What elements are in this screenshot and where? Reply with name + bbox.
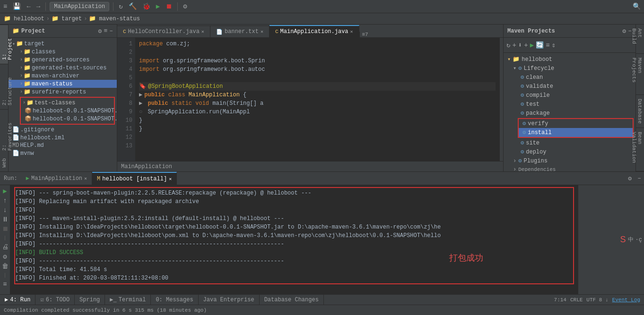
tab-hellocontroller[interactable]: C HelloControlller.java ✕ xyxy=(117,26,210,37)
toolbar-icon-search[interactable]: 🔍 xyxy=(631,1,642,11)
maven-item-deploy[interactable]: ⚙ deploy xyxy=(504,147,635,156)
tree-item-generated-test-sources[interactable]: › 📁 generated-test-sources xyxy=(9,64,117,72)
maven-lifecycle-icon[interactable]: 🔄 xyxy=(536,41,544,49)
run-icon-scroll-up[interactable]: ↑ xyxy=(3,197,7,204)
toolbar-icon-refresh[interactable]: ↻ xyxy=(117,1,124,11)
toolbar-icon-save[interactable]: 💾 xyxy=(11,1,22,11)
maven-run-icon[interactable]: ▶ xyxy=(530,41,534,49)
chevron-classes: › xyxy=(20,49,23,54)
run-tab-helloboot-close[interactable]: ✕ xyxy=(169,176,172,182)
bottom-tab-todo[interactable]: ☑ 6: TODO xyxy=(35,295,75,305)
toolbar-icon-back[interactable]: ← xyxy=(25,2,32,11)
maven-item-dependencies[interactable]: › Dependencies xyxy=(504,165,635,171)
tab-close-hellocontroller[interactable]: ✕ xyxy=(201,29,204,34)
toolbar-icon-forward[interactable]: → xyxy=(35,2,42,11)
tree-item-classes[interactable]: › 📁 classes xyxy=(9,48,117,56)
breadcrumb-sep-1: › xyxy=(46,16,50,22)
tree-item-surefire-reports[interactable]: › 📁 surefire-reports xyxy=(9,88,117,96)
run-icon-layout[interactable]: ≡ xyxy=(3,281,7,288)
maven-item-test[interactable]: ⚙ test xyxy=(504,100,635,109)
project-panel-options[interactable]: ≡ xyxy=(104,27,107,34)
project-panel-minimize[interactable]: – xyxy=(109,27,113,34)
tree-item-mvnw[interactable]: 📄 mvnw xyxy=(9,149,117,157)
tree-item-generated-sources[interactable]: › 📁 generated-sources xyxy=(9,56,117,64)
project-panel-title: Project xyxy=(21,28,96,34)
run-settings-icon[interactable]: ⚙ xyxy=(625,175,635,182)
run-icon-play[interactable]: ▶ xyxy=(3,187,7,195)
bottom-tab-messages[interactable]: 0: Messages xyxy=(151,295,198,305)
maven-item-helloboot[interactable]: ▾ 📁 helloboot xyxy=(504,55,635,64)
maven-plus-icon[interactable]: + xyxy=(524,42,528,49)
tree-item-target[interactable]: ▾ 📁 target xyxy=(9,40,117,48)
app-name-dropdown[interactable]: MainApplication xyxy=(50,2,109,11)
project-panel-settings[interactable]: ⚙ xyxy=(98,27,102,35)
run-tab-helloboot-install[interactable]: M helloboot [install] ✕ xyxy=(92,172,177,185)
run-icon-wrap[interactable]: ⏸ xyxy=(2,216,9,223)
run-icon-stop[interactable]: ⏹ xyxy=(2,225,9,233)
tree-item-test-classes[interactable]: › 📁 test-classes xyxy=(21,99,114,107)
code-area[interactable]: package com.zj; import org.springframewo… xyxy=(135,38,499,161)
tree-item-jar1[interactable]: 📦 helloboot-0.0.1-SNAPSHOT.jar xyxy=(21,107,114,115)
tab-mainapplication[interactable]: C MainApplication.java ✕ xyxy=(270,25,359,37)
left-tab-favorites[interactable]: 2: Favorites xyxy=(0,109,8,154)
scroll-indicator[interactable] xyxy=(499,38,503,161)
maven-refresh-icon[interactable]: ↻ xyxy=(506,41,510,49)
toolbar-icon-menu[interactable]: ≡ xyxy=(2,2,9,11)
run-tab-mainapplication[interactable]: ▶ MainApplication ✕ xyxy=(21,172,92,185)
maven-item-install[interactable]: ⚙ install xyxy=(519,128,633,137)
maven-item-verify[interactable]: ⚙ verify xyxy=(519,119,633,128)
maven-item-package[interactable]: ⚙ package xyxy=(504,109,635,118)
toolbar-icon-settings[interactable]: ⚙ xyxy=(182,1,188,11)
bottom-tab-database-changes[interactable]: Database Changes xyxy=(260,295,324,305)
left-tab-web[interactable]: Web xyxy=(0,154,8,171)
tab-banner[interactable]: 📄 banner.txt ✕ xyxy=(210,26,270,37)
breadcrumb-item-1[interactable]: helloboot xyxy=(14,16,44,22)
tab-overflow[interactable]: ≡7 xyxy=(359,32,371,37)
maven-item-compile[interactable]: ⚙ compile xyxy=(504,91,635,100)
run-line-9: [INFO] Total time: 41.584 s xyxy=(15,265,573,274)
maven-settings-icon[interactable]: ⚙ xyxy=(622,27,626,35)
tree-item-maven-archiver[interactable]: › 📁 maven-archiver xyxy=(9,72,117,80)
toolbar-icon-run[interactable]: ▶ xyxy=(155,1,161,11)
tree-item-help[interactable]: MD HELP.md xyxy=(9,142,117,149)
run-tab-mainapplication-close[interactable]: ✕ xyxy=(84,176,87,181)
maven-item-clean[interactable]: ⚙ clean xyxy=(504,73,635,82)
bottom-tab-run[interactable]: ▶ 4: Run xyxy=(0,295,35,305)
tree-item-gitignore[interactable]: 📄 .gitignore xyxy=(9,126,117,134)
tree-item-maven-status[interactable]: › 📁 maven-status xyxy=(9,80,117,88)
maven-toggle-icon[interactable]: ≡ xyxy=(546,42,549,49)
run-minimize-icon[interactable]: – xyxy=(635,175,644,182)
tree-item-jar2[interactable]: 📦 helloboot-0.0.1-SNAPSHOT.jar.original xyxy=(21,115,114,123)
run-icon-print[interactable]: 🖨 xyxy=(2,243,9,251)
toolbar-icon-debug[interactable]: 🐞 xyxy=(141,1,152,11)
toolbar-icon-stop[interactable]: ⏹ xyxy=(164,2,174,11)
toolbar-icon-build[interactable]: 🔨 xyxy=(127,1,138,11)
breadcrumb-item-3[interactable]: maven-status xyxy=(99,16,139,22)
right-tab-ant[interactable]: Ant Build xyxy=(636,25,644,54)
maven-download-icon[interactable]: ⬇ xyxy=(518,41,522,49)
bottom-tab-spring[interactable]: Spring xyxy=(75,295,105,305)
breadcrumb-item-2[interactable]: target xyxy=(61,16,82,22)
maven-item-validate[interactable]: ⚙ validate xyxy=(504,82,635,91)
right-tab-database[interactable]: Database xyxy=(636,95,644,128)
run-icon-trash[interactable]: 🗑 xyxy=(2,263,9,270)
tree-item-iml[interactable]: 📄 helloboot.iml xyxy=(9,134,117,142)
left-tab-project[interactable]: 1: Project xyxy=(0,25,8,64)
maven-item-site[interactable]: ⚙ site xyxy=(504,138,635,147)
tab-icon-hellocontroller: C xyxy=(123,29,126,34)
run-icon-scroll-down[interactable]: ↓ xyxy=(3,206,7,214)
maven-collapse-icon[interactable]: ⇕ xyxy=(552,41,556,49)
maven-add-icon[interactable]: + xyxy=(512,42,516,49)
event-log-link[interactable]: Event Log xyxy=(612,297,640,303)
maven-item-lifecycle[interactable]: ▾ ⚙ Lifecycle xyxy=(504,64,635,73)
bottom-tab-java-enterprise[interactable]: Java Enterprise xyxy=(199,295,260,305)
tab-close-mainapplication[interactable]: ✕ xyxy=(350,29,353,34)
bottom-tab-terminal[interactable]: ▶_ Terminal xyxy=(105,295,151,305)
tab-close-banner[interactable]: ✕ xyxy=(261,29,263,34)
code-line-7: ▶public class MainApplication { xyxy=(139,91,496,99)
right-tab-bean[interactable]: Bean Validation xyxy=(636,128,644,171)
maven-item-plugins[interactable]: › ⚙ Plugins xyxy=(504,156,635,165)
run-icon-settings[interactable]: ⚙ xyxy=(3,253,7,261)
left-tab-structure[interactable]: 2: Structure xyxy=(0,64,8,109)
right-tab-maven[interactable]: Maven Projects xyxy=(636,54,644,95)
